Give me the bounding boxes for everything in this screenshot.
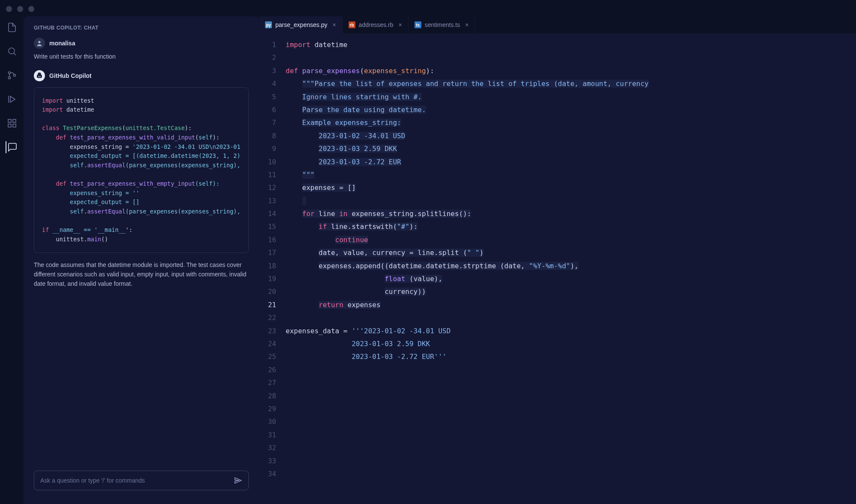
code-line[interactable]: [286, 364, 856, 377]
line-number: 7: [259, 116, 276, 129]
line-number: 23: [259, 325, 276, 338]
code-line[interactable]: Parse the date using datetime.: [286, 104, 856, 116]
code-line[interactable]: return expenses: [286, 299, 856, 311]
chat-panel: GITHUB COPILOT: CHAT monalisa Write unit…: [24, 16, 259, 504]
window-controls: [6, 6, 34, 12]
assistant-name: GitHub Copilot: [49, 72, 92, 79]
code-line[interactable]: expenses = []: [286, 181, 856, 194]
file-type-icon: rb: [349, 21, 355, 28]
line-number: 2: [259, 51, 276, 64]
svg-point-4: [13, 74, 15, 77]
line-number: 27: [259, 377, 276, 389]
svg-point-0: [9, 48, 15, 54]
assistant-message: GitHub Copilot import unittest import da…: [34, 70, 249, 289]
close-icon[interactable]: ×: [465, 21, 468, 28]
line-number: 13: [259, 195, 276, 208]
send-icon[interactable]: [234, 476, 242, 485]
line-number: 26: [259, 364, 276, 377]
code-line[interactable]: 2023-01-03 2.59 DKK: [286, 142, 856, 155]
traffic-light-minimize[interactable]: [17, 6, 23, 12]
code-line[interactable]: expenses_data = '''2023-01-02 -34.01 USD: [286, 325, 856, 338]
editor-tabs: pyparse_expenses.py×rbaddresses.rb×tssen…: [259, 16, 856, 33]
code-line[interactable]: float (value),: [286, 273, 856, 285]
copilot-avatar-icon: [34, 70, 45, 81]
line-number: 34: [259, 468, 276, 480]
tab-sentiments-ts[interactable]: tssentiments.ts×: [409, 16, 475, 33]
tab-label: sentiments.ts: [425, 21, 460, 28]
line-number: 14: [259, 208, 276, 220]
close-icon[interactable]: ×: [332, 21, 336, 28]
code-line[interactable]: """Parse the list of expenses and return…: [286, 77, 856, 90]
user-message: monalisa Write unit tests for this funct…: [34, 38, 249, 62]
svg-point-10: [38, 41, 40, 43]
line-number: 28: [259, 390, 276, 403]
code-line[interactable]: """: [286, 169, 856, 181]
code-line[interactable]: def parse_expenses(expenses_string):: [286, 65, 856, 77]
code-line[interactable]: [286, 429, 856, 442]
line-number: 31: [259, 429, 276, 442]
traffic-light-close[interactable]: [6, 6, 12, 12]
tab-parse_expenses-py[interactable]: pyparse_expenses.py×: [259, 16, 343, 33]
editor-area: pyparse_expenses.py×rbaddresses.rb×tssen…: [259, 16, 856, 504]
code-line[interactable]: import datetime: [286, 39, 856, 51]
code-line[interactable]: [286, 403, 856, 415]
chat-input-field[interactable]: [40, 477, 234, 484]
chat-input[interactable]: [34, 471, 249, 490]
line-number: 24: [259, 338, 276, 350]
code-line[interactable]: if line.startswith("#"):: [286, 220, 856, 233]
line-number: 20: [259, 285, 276, 298]
line-number: 10: [259, 156, 276, 169]
code-line[interactable]: [286, 415, 856, 428]
code-line[interactable]: [286, 468, 856, 480]
explorer-icon[interactable]: [6, 21, 18, 33]
line-number: 3: [259, 65, 276, 77]
code-content[interactable]: import datetime def parse_expenses(expen…: [286, 39, 856, 504]
line-number: 4: [259, 77, 276, 90]
code-line[interactable]: Example expenses_string:: [286, 116, 856, 129]
code-line[interactable]: for line in expenses_string.splitlines()…: [286, 208, 856, 220]
line-number: 19: [259, 273, 276, 285]
assistant-explanation: The code assumes that the datetime modul…: [34, 261, 249, 288]
code-line[interactable]: [286, 311, 856, 324]
line-number: 30: [259, 415, 276, 428]
code-line[interactable]: [286, 377, 856, 389]
chat-icon[interactable]: [6, 141, 18, 153]
search-icon[interactable]: [6, 45, 18, 57]
code-line[interactable]: [286, 442, 856, 454]
traffic-light-zoom[interactable]: [28, 6, 34, 12]
assistant-code-block[interactable]: import unittest import datetime class Te…: [34, 87, 249, 253]
code-line[interactable]: [286, 455, 856, 468]
line-number: 11: [259, 169, 276, 181]
line-number: 21: [259, 299, 276, 311]
line-number: 6: [259, 104, 276, 116]
code-line[interactable]: currency)): [286, 285, 856, 298]
code-line[interactable]: continue: [286, 234, 856, 246]
code-line[interactable]: 2023-01-03 -2.72 EUR''': [286, 350, 856, 363]
code-line[interactable]: 2023-01-03 -2.72 EUR: [286, 156, 856, 169]
code-line[interactable]: [286, 51, 856, 64]
user-name: monalisa: [49, 40, 75, 47]
svg-point-3: [8, 77, 10, 79]
source-control-icon[interactable]: [6, 69, 18, 81]
line-number: 32: [259, 442, 276, 454]
code-line[interactable]: 2023-01-03 2.59 DKK: [286, 338, 856, 350]
code-line[interactable]: date, value, currency = line.split (" "): [286, 246, 856, 259]
activity-bar: [0, 16, 24, 504]
code-line[interactable]: [286, 390, 856, 403]
line-number: 12: [259, 181, 276, 194]
close-icon[interactable]: ×: [399, 21, 402, 28]
svg-point-2: [8, 72, 10, 74]
svg-rect-6: [8, 119, 11, 122]
line-number: 29: [259, 403, 276, 415]
code-line[interactable]: [286, 195, 856, 208]
code-line[interactable]: 2023-01-02 -34.01 USD: [286, 130, 856, 142]
extensions-icon[interactable]: [6, 117, 18, 129]
tab-addresses-rb[interactable]: rbaddresses.rb×: [343, 16, 409, 33]
line-number: 15: [259, 220, 276, 233]
chat-body: monalisa Write unit tests for this funct…: [24, 38, 259, 471]
code-line[interactable]: expenses.append((datetime.datetime.strpt…: [286, 260, 856, 273]
svg-marker-5: [10, 96, 15, 102]
code-line[interactable]: Ignore lines starting with #.: [286, 91, 856, 104]
code-editor[interactable]: 1234567891011121314151617181920212223242…: [259, 33, 856, 504]
run-debug-icon[interactable]: [6, 93, 18, 105]
